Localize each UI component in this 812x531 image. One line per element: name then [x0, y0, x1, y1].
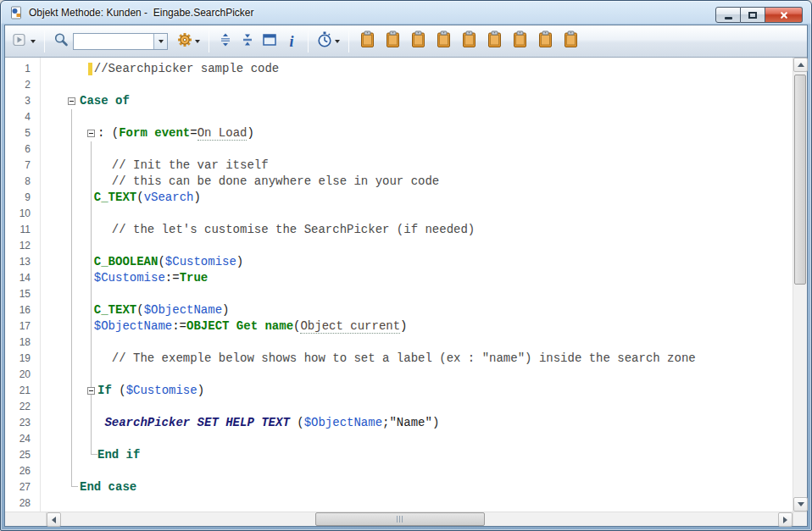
- clipboard-button-8[interactable]: [535, 30, 555, 53]
- clipboard-button-4[interactable]: [433, 30, 453, 53]
- clipboard-button-3[interactable]: [408, 30, 428, 53]
- info-button[interactable]: i: [281, 30, 302, 53]
- expand-all-button[interactable]: [215, 30, 236, 53]
- code-editor[interactable]: 1//Searchpicker sample code23Case of45: …: [5, 58, 807, 512]
- line-number[interactable]: 7: [5, 158, 31, 174]
- code-line-24[interactable]: 24: [5, 431, 793, 447]
- horizontal-scroll-thumb[interactable]: [315, 512, 485, 526]
- combobox-dropdown-button[interactable]: [153, 34, 167, 49]
- line-number[interactable]: 28: [5, 495, 31, 512]
- macros-button[interactable]: [175, 30, 203, 53]
- minimize-button[interactable]: [715, 7, 741, 23]
- scroll-left-button[interactable]: [47, 512, 61, 527]
- code-line-15[interactable]: 15: [5, 286, 793, 302]
- token-plain: :=: [165, 271, 180, 285]
- code-line-3[interactable]: 3Case of: [5, 93, 793, 109]
- clipboard-icon: [386, 30, 400, 52]
- close-button[interactable]: [765, 7, 803, 23]
- line-number[interactable]: 12: [5, 238, 31, 254]
- code-line-6[interactable]: 6: [5, 141, 793, 158]
- timer-button[interactable]: [314, 30, 342, 53]
- line-number[interactable]: 23: [5, 415, 31, 431]
- execute-method-button[interactable]: [10, 30, 38, 53]
- code-line-10[interactable]: 10: [5, 206, 793, 222]
- code-line-16[interactable]: 16C_TEXT($ObjectName): [5, 302, 793, 318]
- clipboard-button-6[interactable]: [484, 30, 504, 53]
- clipboard-button-9[interactable]: [560, 30, 581, 53]
- code-line-13[interactable]: 13C_BOOLEAN($Customise): [5, 254, 793, 270]
- code-line-20[interactable]: 20: [5, 367, 793, 383]
- code-line-11[interactable]: 11// the let's customise the SearchPicke…: [5, 222, 793, 238]
- line-number[interactable]: 8: [5, 174, 31, 190]
- line-number[interactable]: 14: [5, 270, 31, 286]
- fold-collapse-icon[interactable]: [68, 97, 75, 105]
- code-line-12[interactable]: 12: [5, 238, 793, 254]
- token-plain: ): [432, 416, 439, 429]
- clipboard-icon: [538, 30, 553, 52]
- line-number[interactable]: 10: [5, 206, 31, 222]
- titlebar[interactable]: Objekt Methode: Kunden - Eingabe.SearchP…: [4, 1, 808, 25]
- vertical-scrollbar[interactable]: [793, 58, 807, 512]
- line-number[interactable]: 26: [5, 463, 31, 479]
- line-number[interactable]: 2: [5, 77, 31, 93]
- collapse-all-button[interactable]: [237, 30, 258, 53]
- search-input[interactable]: [74, 34, 153, 49]
- code-line-18[interactable]: 18: [5, 335, 793, 351]
- code-line-26[interactable]: 26: [5, 463, 793, 479]
- search-button[interactable]: [51, 30, 71, 53]
- code-line-19[interactable]: 19// The exemple below shows how to set …: [5, 351, 793, 367]
- code-line-7[interactable]: 7// Init the var itself: [5, 158, 793, 174]
- line-number[interactable]: 20: [5, 367, 31, 383]
- line-number[interactable]: 16: [5, 302, 31, 318]
- code-line-28[interactable]: 28: [5, 495, 793, 512]
- line-number[interactable]: 18: [5, 335, 31, 351]
- fold-collapse-icon[interactable]: [87, 130, 95, 137]
- code-area[interactable]: 1//Searchpicker sample code23Case of45: …: [5, 58, 793, 512]
- clipboard-button-5[interactable]: [459, 30, 479, 53]
- token-command: Form event: [119, 126, 190, 140]
- token-comment: // this can be done anywhere else in you…: [112, 174, 439, 188]
- line-number[interactable]: 6: [5, 141, 31, 158]
- clipboard-button-7[interactable]: [509, 30, 530, 53]
- line-number[interactable]: 24: [5, 431, 31, 447]
- code-line-2[interactable]: 2: [5, 77, 793, 93]
- code-line-25[interactable]: 25End if: [5, 447, 793, 463]
- code-line-1[interactable]: 1//Searchpicker sample code: [5, 61, 793, 77]
- code-line-27[interactable]: 27End case: [5, 479, 793, 495]
- toolbar-separator: [348, 30, 349, 53]
- code-line-17[interactable]: 17$ObjectName:=OBJECT Get name(Object cu…: [5, 318, 793, 335]
- code-line-5[interactable]: 5: (Form event=On Load): [5, 125, 793, 141]
- line-number[interactable]: 13: [5, 254, 31, 270]
- full-window-button[interactable]: [259, 30, 280, 53]
- scroll-down-button[interactable]: [793, 497, 808, 512]
- code-line-23[interactable]: 23SearchPicker SET HELP TEXT ($ObjectNam…: [5, 415, 793, 431]
- line-number[interactable]: 27: [5, 479, 31, 495]
- horizontal-scrollbar[interactable]: [61, 512, 778, 526]
- code-line-9[interactable]: 9C_TEXT(vSearch): [5, 190, 793, 206]
- code-line-14[interactable]: 14$Customise:=True: [5, 270, 793, 286]
- clipboard-button-2[interactable]: [382, 30, 403, 53]
- scroll-up-button[interactable]: [793, 58, 808, 72]
- line-number[interactable]: 11: [5, 222, 31, 238]
- maximize-button[interactable]: [741, 7, 765, 23]
- line-number[interactable]: 3: [5, 93, 31, 109]
- line-number[interactable]: 15: [5, 286, 31, 302]
- line-number[interactable]: 17: [5, 318, 31, 335]
- line-number[interactable]: 21: [5, 383, 31, 399]
- vertical-scroll-thumb[interactable]: [794, 75, 806, 285]
- code-line-4[interactable]: 4: [5, 109, 793, 125]
- line-number[interactable]: 5: [5, 125, 31, 141]
- search-combobox[interactable]: [73, 33, 168, 50]
- code-line-22[interactable]: 22: [5, 399, 793, 415]
- line-number[interactable]: 1: [5, 61, 31, 77]
- line-number[interactable]: 9: [5, 190, 31, 206]
- line-number[interactable]: 22: [5, 399, 31, 415]
- line-number[interactable]: 25: [5, 447, 31, 463]
- code-line-8[interactable]: 8// this can be done anywhere else in yo…: [5, 174, 793, 190]
- code-line-21[interactable]: 21If ($Customise): [5, 383, 793, 399]
- scroll-right-button[interactable]: [778, 512, 793, 527]
- line-number[interactable]: 19: [5, 351, 31, 367]
- line-number[interactable]: 4: [5, 109, 31, 125]
- clipboard-button-1[interactable]: [357, 30, 377, 53]
- fold-collapse-icon[interactable]: [87, 387, 95, 395]
